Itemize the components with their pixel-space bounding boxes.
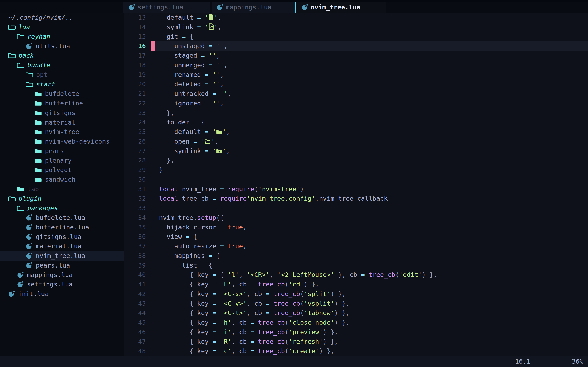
editor-line-16[interactable]: 16 unstaged = '', bbox=[124, 41, 588, 51]
sign-column bbox=[151, 32, 157, 42]
tree-item-bufdelete[interactable]: bufdelete bbox=[0, 89, 124, 99]
editor-line-13[interactable]: 13 default = '', bbox=[124, 13, 588, 22]
editor-line-24[interactable]: 24 folder = { bbox=[124, 117, 588, 127]
tree-item-label: sandwich bbox=[45, 176, 75, 183]
tree-item-polygot[interactable]: polygot bbox=[0, 165, 124, 175]
code-text: renamed = '', bbox=[159, 70, 224, 80]
editor-line-48[interactable]: 48 { key = 'c', cb = tree_cb('create') }… bbox=[124, 346, 588, 356]
git-change-sign bbox=[151, 41, 155, 51]
sign-column bbox=[151, 146, 157, 156]
line-body: mappings = { bbox=[151, 251, 588, 261]
tree-item-bufferline[interactable]: bufferline bbox=[0, 99, 124, 108]
editor-line-38[interactable]: 38 mappings = { bbox=[124, 251, 588, 261]
lua-icon bbox=[26, 262, 33, 269]
tree-item-utils.lua[interactable]: utils.lua bbox=[0, 41, 124, 51]
editor-line-34[interactable]: 34nvim_tree.setup({ bbox=[124, 213, 588, 222]
editor-line-37[interactable]: 37 auto_resize = true, bbox=[124, 242, 588, 251]
tree-item-lua[interactable]: lua bbox=[0, 22, 124, 32]
tree-item-init.lua[interactable]: init.lua bbox=[0, 289, 124, 299]
editor-line-15[interactable]: 15 git = { bbox=[124, 32, 588, 42]
tree-item-material.lua[interactable]: material.lua bbox=[0, 242, 124, 251]
sign-column bbox=[151, 117, 157, 127]
editor-line-19[interactable]: 19 renamed = '', bbox=[124, 70, 588, 80]
tab-nvim_tree.lua[interactable]: nvim_tree.lua bbox=[296, 2, 386, 13]
line-number: 28 bbox=[124, 156, 151, 165]
sign-column bbox=[151, 318, 157, 327]
line-number: 19 bbox=[124, 70, 151, 80]
tab-settings.lua[interactable]: settings.lua bbox=[123, 2, 210, 13]
tree-item-pears[interactable]: pears bbox=[0, 146, 124, 156]
editor-line-41[interactable]: 41 { key = 'L', cb = tree_cb('cd') }, bbox=[124, 280, 588, 289]
editor-line-21[interactable]: 21 untracked = '', bbox=[124, 89, 588, 99]
editor-line-23[interactable]: 23 }, bbox=[124, 108, 588, 118]
editor-line-39[interactable]: 39 list = { bbox=[124, 261, 588, 270]
tree-item-lab[interactable]: lab bbox=[0, 184, 124, 194]
sign-column bbox=[151, 337, 157, 346]
tree-item-opt[interactable]: opt bbox=[0, 70, 124, 80]
tabline: settings.luamappings.luanvim_tree.lua bbox=[0, 0, 588, 13]
tree-item-gitsigns.lua[interactable]: gitsigns.lua bbox=[0, 232, 124, 242]
code-text: auto_resize = true, bbox=[159, 242, 247, 251]
tree-item-reyhan[interactable]: reyhan bbox=[0, 32, 124, 42]
folder-open-outline-icon bbox=[26, 71, 33, 78]
editor-line-14[interactable]: 14 symlink = '', bbox=[124, 22, 588, 32]
editor-line-20[interactable]: 20 deleted = '', bbox=[124, 79, 588, 89]
editor-line-29[interactable]: 29} bbox=[124, 165, 588, 175]
tree-item-packages[interactable]: packages bbox=[0, 203, 124, 213]
editor-line-43[interactable]: 43 { key = '<C-v>', cb = tree_cb('vsplit… bbox=[124, 299, 588, 308]
tree-item-settings.lua[interactable]: settings.lua bbox=[0, 280, 124, 289]
tree-item-plenary[interactable]: plenary bbox=[0, 156, 124, 165]
editor-line-47[interactable]: 47 { key = 'R', cb = tree_cb('refresh') … bbox=[124, 337, 588, 346]
tree-item-label: packages bbox=[27, 204, 58, 212]
editor-line-46[interactable]: 46 { key = 'i', cb = tree_cb('preview') … bbox=[124, 327, 588, 337]
editor-line-35[interactable]: 35 hijack_cursor = true, bbox=[124, 222, 588, 232]
tree-item-label: opt bbox=[36, 71, 48, 78]
editor-line-22[interactable]: 22 ignored = '', bbox=[124, 99, 588, 108]
code-text: list = { bbox=[159, 261, 212, 270]
line-body: default = '', bbox=[151, 127, 588, 137]
tree-item-nvim-web-devicons[interactable]: nvim-web-devicons bbox=[0, 137, 124, 146]
sign-column bbox=[151, 346, 157, 356]
tab-mappings.lua[interactable]: mappings.lua bbox=[212, 2, 295, 13]
tree-item-pears.lua[interactable]: pears.lua bbox=[0, 261, 124, 270]
tree-item-label: pears bbox=[45, 147, 64, 155]
editor-line-27[interactable]: 27 symlink = '', bbox=[124, 146, 588, 156]
editor-line-26[interactable]: 26 open = '', bbox=[124, 137, 588, 146]
tree-item-material[interactable]: material bbox=[0, 117, 124, 127]
tree-item-nvim_tree.lua[interactable]: nvim_tree.lua bbox=[0, 251, 124, 261]
tree-item-gitsigns[interactable]: gitsigns bbox=[0, 108, 124, 118]
editor-line-45[interactable]: 45 { key = 'h', cb = tree_cb('close_node… bbox=[124, 318, 588, 327]
line-number: 20 bbox=[124, 79, 151, 89]
editor-line-40[interactable]: 40 { key = { 'l', '<CR>', '<2-LeftMouse>… bbox=[124, 270, 588, 280]
editor-line-18[interactable]: 18 unmerged = '', bbox=[124, 60, 588, 70]
tree-item-label: bufferline bbox=[45, 100, 83, 107]
sign-column bbox=[151, 165, 157, 175]
tree-item-mappings.lua[interactable]: mappings.lua bbox=[0, 270, 124, 280]
tree-item-plugin[interactable]: plugin bbox=[0, 194, 124, 203]
tree-item-pack[interactable]: pack bbox=[0, 51, 124, 60]
editor-line-25[interactable]: 25 default = '', bbox=[124, 127, 588, 137]
tree-item-bundle[interactable]: bundle bbox=[0, 60, 124, 70]
folder-filled-icon bbox=[35, 119, 42, 126]
editor-line-33[interactable]: 33 bbox=[124, 203, 588, 213]
sign-column bbox=[151, 222, 157, 232]
editor-line-17[interactable]: 17 staged = '', bbox=[124, 51, 588, 60]
tree-item-start[interactable]: start bbox=[0, 79, 124, 89]
tree-item-bufferline.lua[interactable]: bufferline.lua bbox=[0, 222, 124, 232]
file-icon bbox=[209, 13, 214, 20]
editor-line-42[interactable]: 42 { key = '<C-s>', cb = tree_cb('split'… bbox=[124, 289, 588, 299]
tree-item-nvim-tree[interactable]: nvim-tree bbox=[0, 127, 124, 137]
editor-line-28[interactable]: 28 }, bbox=[124, 156, 588, 165]
code-text: nvim_tree.setup({ bbox=[159, 213, 224, 222]
code-text: open = '', bbox=[159, 137, 218, 146]
tree-item-bufdelete.lua[interactable]: bufdelete.lua bbox=[0, 213, 124, 222]
editor-line-32[interactable]: 32local tree_cb = require'nvim-tree.conf… bbox=[124, 194, 588, 203]
tree-item-sandwich[interactable]: sandwich bbox=[0, 175, 124, 184]
editor-line-30[interactable]: 30 bbox=[124, 175, 588, 184]
lua-icon bbox=[17, 281, 24, 288]
editor-line-31[interactable]: 31local nvim_tree = require('nvim-tree') bbox=[124, 184, 588, 194]
line-number: 30 bbox=[124, 175, 151, 184]
editor-line-36[interactable]: 36 view = { bbox=[124, 232, 588, 242]
line-number: 41 bbox=[124, 280, 151, 289]
editor-line-44[interactable]: 44 { key = '<C-t>', cb = tree_cb('tabnew… bbox=[124, 308, 588, 318]
